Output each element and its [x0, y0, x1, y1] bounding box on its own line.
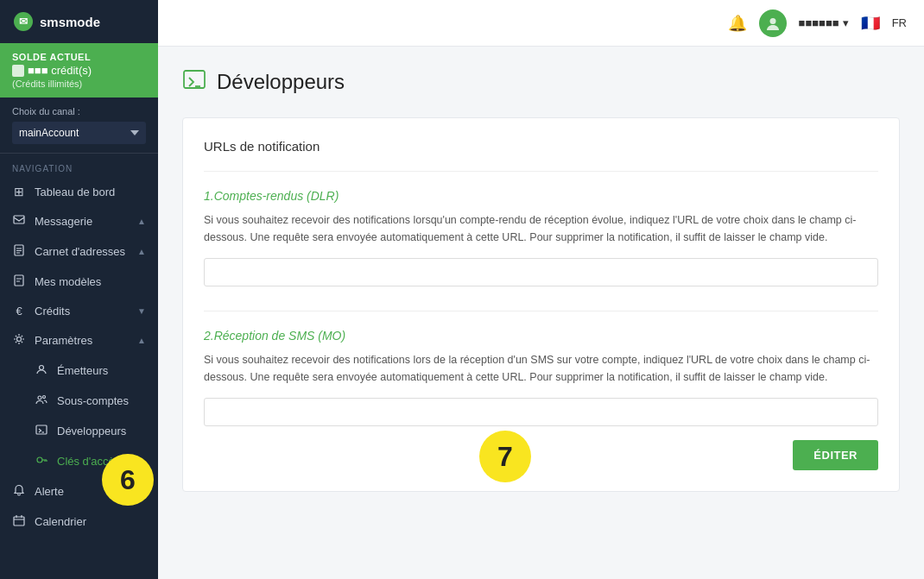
- sous-comptes-icon: [35, 393, 48, 408]
- svg-rect-12: [36, 425, 47, 434]
- carnet-arrow: ▲: [137, 247, 146, 256]
- main-area: 🔔 ■■■■■■ ▾ 🇫🇷 FR Développeurs URLs de no…: [158, 0, 924, 579]
- credits-arrow: ▼: [137, 306, 146, 316]
- svg-rect-23: [184, 71, 205, 88]
- svg-point-14: [37, 457, 42, 463]
- svg-rect-0: [14, 216, 24, 223]
- user-dropdown-arrow: ▾: [843, 16, 849, 29]
- app-name: smsmode: [40, 15, 100, 29]
- page-title: Développeurs: [217, 70, 345, 94]
- subsection2-title: 2.Réception de SMS (MO): [204, 329, 878, 343]
- solde-sub: (Crédits illimités): [12, 79, 146, 89]
- app-logo: ✉ smsmode: [0, 0, 158, 43]
- sidebar-item-alerte[interactable]: Alerte: [0, 476, 158, 507]
- sidebar-item-cles-acces-api[interactable]: Clés d'accès API: [0, 446, 158, 476]
- sidebar-label-calendrier: Calendrier: [35, 515, 86, 528]
- edit-button[interactable]: ÉDITER: [793, 440, 878, 470]
- sidebar-label-developpeurs: Développeurs: [57, 425, 126, 437]
- parametres-icon: [12, 333, 26, 348]
- messagerie-icon: [12, 214, 26, 229]
- sidebar-item-emetteurs[interactable]: Émetteurs: [0, 356, 158, 386]
- alerte-icon: [12, 484, 26, 499]
- user-menu[interactable]: ■■■■■■ ▾: [799, 16, 849, 29]
- svg-point-10: [38, 396, 41, 400]
- svg-point-22: [769, 18, 775, 24]
- flag-icon: 🇫🇷: [861, 14, 880, 33]
- modeles-icon: [12, 274, 26, 289]
- dlr-url-input[interactable]: [204, 258, 878, 286]
- sidebar-label-credits: Crédits: [35, 305, 70, 318]
- divider-top: [204, 171, 878, 172]
- page-icon: [182, 67, 206, 97]
- sidebar-item-messagerie[interactable]: Messagerie ▲: [0, 206, 158, 236]
- subsection2-desc: Si vous souhaitez recevoir des notificat…: [204, 351, 878, 386]
- cles-acces-icon: [35, 454, 48, 469]
- sidebar: ✉ smsmode SOLDE ACTUEL ■■■ crédit(s) (Cr…: [0, 0, 158, 579]
- user-avatar: [759, 9, 787, 37]
- sidebar-item-parametres[interactable]: Paramètres ▲: [0, 325, 158, 356]
- svg-point-11: [43, 396, 46, 399]
- sidebar-item-sous-comptes[interactable]: Sous-comptes: [0, 386, 158, 416]
- sidebar-label-modeles: Mes modèles: [35, 275, 101, 288]
- svg-rect-5: [15, 275, 23, 286]
- canal-label: Choix du canal :: [12, 106, 146, 116]
- topbar: 🔔 ■■■■■■ ▾ 🇫🇷 FR: [158, 0, 924, 47]
- developpeurs-icon: [35, 424, 48, 438]
- nav-section-title: NAVIGATION: [0, 154, 158, 177]
- solde-title: SOLDE ACTUEL: [12, 52, 146, 62]
- divider-mid: [204, 311, 878, 312]
- sidebar-label-tableau-de-bord: Tableau de bord: [35, 186, 115, 198]
- subsection1-desc: Si vous souhaitez recevoir des notificat…: [204, 211, 878, 246]
- emetteurs-icon: [35, 363, 48, 378]
- subsection1-title: 1.Comptes-rendus (DLR): [204, 189, 878, 203]
- lang-label: FR: [892, 16, 907, 29]
- tableau-de-bord-icon: ⊞: [12, 185, 26, 198]
- sidebar-label-sous-comptes: Sous-comptes: [57, 394, 129, 407]
- logo-icon: ✉: [14, 12, 33, 31]
- credits-icon: €: [12, 305, 26, 318]
- solde-value: ■■■ crédit(s): [12, 64, 146, 77]
- sidebar-label-messagerie: Messagerie: [35, 215, 92, 228]
- content-card: URLs de notification 1.Comptes-rendus (D…: [182, 117, 900, 492]
- sidebar-item-carnet-adresses[interactable]: Carnet d'adresses ▲: [0, 236, 158, 267]
- sidebar-item-developpeurs[interactable]: Développeurs: [0, 416, 158, 446]
- sidebar-item-credits[interactable]: € Crédits ▼: [0, 297, 158, 325]
- sidebar-item-tableau-de-bord[interactable]: ⊞ Tableau de bord: [0, 177, 158, 206]
- canal-select[interactable]: mainAccount: [12, 122, 146, 144]
- solde-actuel-section: SOLDE ACTUEL ■■■ crédit(s) (Crédits illi…: [0, 43, 158, 98]
- sidebar-label-cles-acces: Clés d'accès API: [57, 455, 141, 468]
- sidebar-item-calendrier[interactable]: Calendrier: [0, 507, 158, 537]
- svg-rect-18: [14, 517, 24, 526]
- subsection-dlr: 1.Comptes-rendus (DLR) Si vous souhaitez…: [204, 189, 878, 307]
- solde-credits: ■■■ crédit(s): [28, 64, 92, 77]
- page-content: Développeurs URLs de notification 1.Comp…: [158, 47, 924, 579]
- svg-point-8: [17, 337, 22, 342]
- page-header: Développeurs: [182, 67, 900, 97]
- sidebar-item-mes-modeles[interactable]: Mes modèles: [0, 267, 158, 297]
- sidebar-label-alerte: Alerte: [35, 485, 64, 498]
- calendrier-icon: [12, 514, 26, 529]
- username-text: ■■■■■■: [799, 16, 839, 29]
- carnet-icon: [12, 244, 26, 259]
- section-title: URLs de notification: [204, 139, 878, 154]
- notification-bell[interactable]: 🔔: [728, 14, 747, 33]
- sidebar-label-carnet: Carnet d'adresses: [35, 245, 125, 258]
- sidebar-label-emetteurs: Émetteurs: [57, 364, 108, 377]
- mo-url-input[interactable]: [204, 398, 878, 426]
- svg-point-9: [40, 366, 44, 370]
- sidebar-label-parametres: Paramètres: [35, 334, 92, 347]
- canal-section: Choix du canal : mainAccount: [0, 98, 158, 154]
- subsection-mo: 2.Réception de SMS (MO) Si vous souhaite…: [204, 329, 878, 440]
- messagerie-arrow: ▲: [137, 217, 146, 226]
- parametres-arrow: ▲: [137, 336, 146, 345]
